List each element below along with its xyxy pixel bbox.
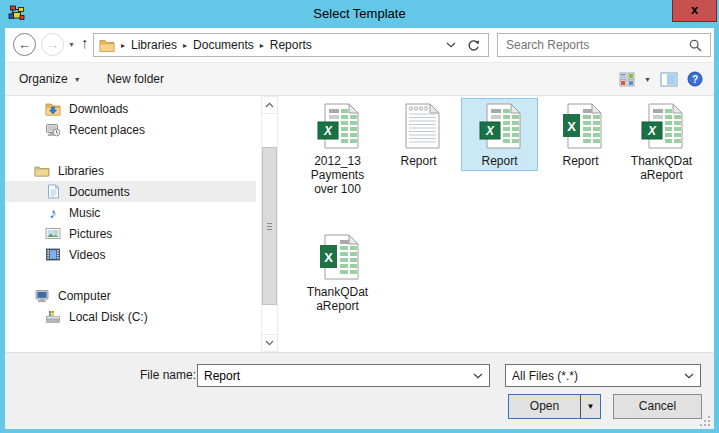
file-type-value: All Files (*.*): [512, 369, 578, 383]
sidebar-item-label: Pictures: [69, 227, 112, 241]
excel-x-glyph: X: [322, 124, 332, 138]
sidebar-item-pictures[interactable]: Pictures: [5, 223, 256, 244]
excel-x-glyph: X: [646, 124, 656, 138]
file-name: ThankQDataReport: [628, 154, 696, 182]
sidebar-item-downloads[interactable]: Downloads: [5, 98, 256, 119]
open-dropdown-button[interactable]: ▼: [580, 395, 600, 418]
file-type-dropdown-button[interactable]: [678, 373, 700, 379]
titlebar: Select Template x: [0, 0, 719, 28]
crumb-arrow-icon: ▸: [183, 41, 187, 50]
file-name-dropdown-button[interactable]: [467, 373, 489, 379]
sidebar-item-recent-places[interactable]: Recent places: [5, 119, 256, 140]
address-bar[interactable]: ▸ Libraries ▸ Documents ▸ Reports: [93, 33, 489, 57]
footer: File name: All Files (*.*) Open ▼ Ca: [5, 352, 714, 429]
up-button[interactable]: ↑: [81, 34, 89, 51]
address-dropdown-button[interactable]: [439, 42, 463, 48]
sidebar-item-label: Recent places: [69, 123, 145, 137]
chevron-down-icon: ▼: [74, 76, 81, 83]
disk-drive-icon: [44, 310, 62, 324]
file-tile-selected[interactable]: X Report: [461, 98, 538, 171]
chevron-down-icon: [446, 42, 456, 48]
file-name-combobox: [197, 364, 490, 387]
resize-grip[interactable]: [700, 416, 711, 427]
excel-x-glyph: X: [324, 250, 333, 265]
new-folder-button[interactable]: New folder: [107, 72, 164, 86]
file-tile[interactable]: X ThankQDataReport: [299, 229, 376, 316]
chevron-down-icon: [684, 373, 694, 379]
organize-button[interactable]: Organize ▼: [19, 72, 81, 86]
question-mark: ?: [692, 74, 698, 85]
file-tile[interactable]: Report: [380, 98, 457, 171]
sidebar-item-libraries[interactable]: Libraries: [5, 160, 256, 181]
close-button[interactable]: x: [672, 0, 717, 22]
file-name: Report: [385, 154, 453, 168]
chevron-down-icon: ▼: [644, 76, 651, 83]
help-icon[interactable]: ?: [687, 71, 703, 87]
open-button[interactable]: Open: [509, 395, 580, 418]
command-toolbar: Organize ▼ New folder ▼: [5, 63, 714, 96]
crumb-arrow-icon: ▸: [260, 41, 264, 50]
sidebar-item-label: Videos: [69, 248, 105, 262]
chevron-down-icon: ▼: [68, 41, 75, 48]
file-type-combobox[interactable]: All Files (*.*): [505, 364, 701, 387]
excel-file-icon: X: [557, 102, 605, 150]
sidebar-item-label: Computer: [58, 289, 111, 303]
pictures-icon: [44, 227, 62, 240]
sidebar-item-documents[interactable]: Documents: [5, 181, 256, 202]
computer-icon: [33, 289, 51, 303]
sidebar-item-local-disk-c[interactable]: Local Disk (C:): [5, 306, 256, 327]
view-options-icon[interactable]: [619, 72, 635, 87]
forward-button[interactable]: →: [41, 33, 64, 56]
triangle-down-icon: ▼: [587, 402, 595, 411]
breadcrumb-libraries[interactable]: Libraries: [131, 38, 177, 52]
recent-locations-dropdown[interactable]: ▼: [68, 41, 75, 48]
search-input[interactable]: [498, 38, 681, 52]
file-tile[interactable]: X ThankQDataReport: [623, 98, 700, 185]
sidebar-item-music[interactable]: ♪ Music: [5, 202, 256, 223]
excel-spreadsheet-icon: X: [476, 102, 524, 150]
refresh-icon: [467, 39, 480, 52]
breadcrumb-documents[interactable]: Documents: [193, 38, 254, 52]
main-area: Downloads Recent places: [5, 96, 714, 352]
crumb-arrow-icon: ▸: [121, 41, 125, 50]
file-name-label: File name:: [140, 368, 196, 382]
open-split-button: Open ▼: [508, 394, 601, 419]
back-button[interactable]: ←: [13, 33, 36, 56]
excel-spreadsheet-icon: X: [638, 102, 686, 150]
videos-icon: [44, 248, 62, 261]
refresh-button[interactable]: [463, 39, 488, 52]
sidebar-item-label: Downloads: [69, 102, 128, 116]
file-tile[interactable]: X 2012_13 Payments over 100: [299, 98, 376, 199]
file-name: 2012_13 Payments over 100: [304, 154, 372, 196]
organize-label: Organize: [19, 72, 68, 86]
file-name: Report: [547, 154, 615, 168]
dialog-body: ← → ▼ ↑ ▸ Libraries ▸ Documents ▸ Report…: [5, 28, 714, 429]
view-options-dropdown[interactable]: ▼: [644, 76, 651, 83]
folder-icon: [99, 38, 115, 52]
new-folder-label: New folder: [107, 72, 164, 86]
libraries-icon: [33, 164, 51, 177]
sidebar-item-computer[interactable]: Computer: [5, 285, 256, 306]
sidebar-item-videos[interactable]: Videos: [5, 244, 256, 265]
window-title: Select Template: [0, 6, 719, 21]
file-name-input[interactable]: [198, 369, 467, 383]
excel-file-icon: X: [314, 233, 362, 281]
file-tile[interactable]: X Report: [542, 98, 619, 171]
chevron-down-icon: [473, 373, 483, 379]
sidebar-item-label: Local Disk (C:): [69, 310, 148, 324]
excel-x-glyph: X: [484, 124, 494, 138]
sidebar-item-label: Libraries: [58, 164, 104, 178]
navigation-bar: ← → ▼ ↑ ▸ Libraries ▸ Documents ▸ Report…: [5, 28, 714, 63]
file-list: X 2012_13 Payments over 100: [272, 96, 714, 352]
file-name: Report: [466, 154, 534, 168]
preview-pane-icon[interactable]: [660, 72, 678, 87]
file-name: ThankQDataReport: [304, 285, 372, 313]
up-arrow-icon: ↑: [81, 34, 89, 51]
close-icon: x: [691, 2, 698, 17]
document-icon: [44, 184, 62, 199]
select-template-dialog: { "window": { "title": "Select Template"…: [0, 0, 719, 433]
search-icon[interactable]: [689, 39, 702, 52]
excel-x-glyph: X: [567, 119, 576, 134]
breadcrumb-reports[interactable]: Reports: [270, 38, 312, 52]
cancel-button[interactable]: Cancel: [613, 394, 702, 419]
